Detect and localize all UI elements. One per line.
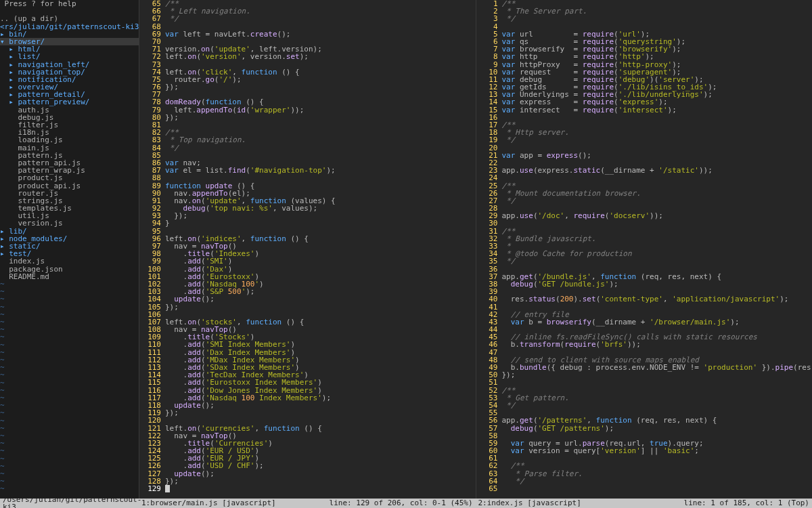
code-line[interactable]: 34 * @todo Cache for production <box>476 250 813 257</box>
code-line[interactable]: 79 left.appendTo(id('wrapper')); <box>139 106 476 114</box>
line-number: 99 <box>139 257 165 265</box>
code-line[interactable]: 15var intersect = require('intersect'); <box>476 106 813 114</box>
tree-file[interactable]: README.md <box>0 273 139 280</box>
code-line[interactable]: 27 */ <box>476 197 813 205</box>
line-number: 126 <box>139 462 165 469</box>
code-line[interactable]: 81 <box>139 121 476 129</box>
code-line[interactable]: 119}); <box>139 409 476 417</box>
code-line[interactable]: 83 * Top navigation. <box>139 136 476 144</box>
code-line[interactable]: 118 update(); <box>139 402 476 409</box>
code-line[interactable]: 30 <box>476 219 813 227</box>
code-text: }); <box>165 212 476 219</box>
code-line[interactable]: 57 debug('GET /patterns'); <box>476 425 813 432</box>
code-line[interactable]: 78domReady(function () { <box>139 98 476 106</box>
code-line[interactable]: 38 debug('GET /bundle.js'); <box>476 280 813 288</box>
code-text: .add('USD / CHF'); <box>165 462 476 469</box>
code-line[interactable]: 40 res.status(200).set('content-type', '… <box>476 295 813 303</box>
code-text: * The Server part. <box>502 7 813 15</box>
code-text: update(); <box>165 470 476 478</box>
code-line[interactable]: 75 router.go('/'); <box>139 76 476 83</box>
code-text: */ <box>165 144 476 152</box>
line-number: 19 <box>476 136 502 144</box>
code-line[interactable]: 67 */ <box>139 15 476 22</box>
code-line[interactable]: 84 */ <box>139 144 476 152</box>
code-text: }); <box>165 409 476 417</box>
file-tree-pane[interactable]: Press ? for help .. (up a dir) <rs/julia… <box>0 0 139 499</box>
code-line[interactable]: 49 b.bundle({ debug : process.env.NODE_E… <box>476 364 813 371</box>
code-line[interactable]: 64 */ <box>476 478 813 485</box>
code-line[interactable]: 29app.use('/doc', require('docserv')); <box>476 212 813 219</box>
status-right-file: 2:index.js [javascript] <box>476 499 584 507</box>
line-number: 88 <box>139 174 165 182</box>
code-line[interactable]: 93 }); <box>139 212 476 219</box>
code-line[interactable]: 105}); <box>139 303 476 311</box>
code-text: }); <box>165 83 476 91</box>
code-text: debug('GET /patterns'); <box>502 425 813 432</box>
code-line[interactable]: 104 update(); <box>139 295 476 303</box>
code-line[interactable]: 80}); <box>139 114 476 121</box>
code-line[interactable]: 87var el = list.find('#navigation-top'); <box>139 167 476 174</box>
code-line[interactable]: 76}); <box>139 83 476 91</box>
code-line[interactable]: 60 var version = query['version'] || 'ba… <box>476 447 813 454</box>
code-text: b.transform(require('brfs')); <box>502 341 813 348</box>
code-line[interactable]: 16 <box>476 114 813 121</box>
code-line[interactable]: 72left.on('version', version.set); <box>139 53 476 60</box>
code-line[interactable]: 46 b.transform(require('brfs')); <box>476 341 813 348</box>
code-text: */ <box>502 478 813 485</box>
code-line[interactable]: 2 * The Server part. <box>476 7 813 15</box>
code-text: update(); <box>165 295 476 303</box>
code-line[interactable]: 89function update () { <box>139 182 476 190</box>
line-number: 56 <box>476 417 502 424</box>
code-line[interactable]: 26 * Mount documentation browser. <box>476 190 813 197</box>
code-line[interactable]: 69var left = navLeft.create(); <box>139 30 476 38</box>
code-text: * Http server. <box>502 129 813 136</box>
editor-left[interactable]: 65/**66 * Left navigation.67 */6869var l… <box>139 0 476 499</box>
code-line[interactable]: 51 <box>476 379 813 386</box>
code-line[interactable]: 121left.on('currencies', function () { <box>139 425 476 432</box>
code-line[interactable]: 127 update(); <box>139 470 476 478</box>
tilde-fill: ~ ~ ~ ~ ~ ~ ~ ~ ~ ~ ~ ~ ~ ~ ~ ~ ~ ~ ~ ~ … <box>0 280 139 493</box>
code-text <box>502 114 813 121</box>
code-line[interactable]: 63 * Parse filter. <box>476 470 813 478</box>
code-line[interactable]: 23app.use(express.static(__dirname + '/s… <box>476 167 813 174</box>
code-text: * Top navigation. <box>165 136 476 144</box>
code-text: res.status(200).set('content-type', 'app… <box>502 295 813 303</box>
code-text: * Mount documentation browser. <box>502 190 813 197</box>
code-line[interactable]: 21var app = express(); <box>476 152 813 159</box>
code-line[interactable]: 61 <box>476 454 813 462</box>
line-number: 1 <box>476 0 502 7</box>
code-line[interactable]: 24 <box>476 174 813 182</box>
line-number: 57 <box>476 425 502 432</box>
line-number: 120 <box>139 417 165 424</box>
code-line[interactable]: 54 */ <box>476 402 813 409</box>
code-line[interactable]: 128}); <box>139 478 476 485</box>
code-line[interactable]: 19 */ <box>476 136 813 144</box>
code-text: */ <box>165 15 476 22</box>
line-number: 7 <box>476 45 502 53</box>
code-text <box>165 152 476 159</box>
code-line[interactable]: 3 */ <box>476 15 813 22</box>
code-text: */ <box>502 15 813 22</box>
code-line[interactable]: 53 * Get pattern. <box>476 394 813 402</box>
code-line[interactable]: 18 * Http server. <box>476 129 813 136</box>
code-line[interactable]: 32 * Bundle javascript. <box>476 235 813 242</box>
code-text: var left = navLeft.create(); <box>165 30 476 38</box>
code-line[interactable]: 92 debug('top navi: %s', values); <box>139 205 476 212</box>
code-text <box>502 174 813 182</box>
code-text: router.go('/'); <box>165 76 476 83</box>
code-text: * Parse filter. <box>502 470 813 478</box>
editor-right[interactable]: 1/**2 * The Server part.3 */45var url = … <box>476 0 813 499</box>
code-line[interactable]: 65 <box>476 485 813 492</box>
code-line[interactable]: 43 var b = browserify(__dirname + '/brow… <box>476 318 813 326</box>
code-text: left.on('version', version.set); <box>165 53 476 60</box>
code-line[interactable]: 94} <box>139 219 476 227</box>
code-text <box>502 454 813 462</box>
code-line[interactable]: 35 */ <box>476 257 813 265</box>
code-line[interactable]: 129 <box>139 485 476 492</box>
code-line[interactable]: 66 * Left navigation. <box>139 7 476 15</box>
line-number: 89 <box>139 182 165 190</box>
line-number: 67 <box>139 15 165 22</box>
code-text: }); <box>165 303 476 311</box>
line-number: 14 <box>476 98 502 106</box>
code-line[interactable]: 50}); <box>476 371 813 379</box>
